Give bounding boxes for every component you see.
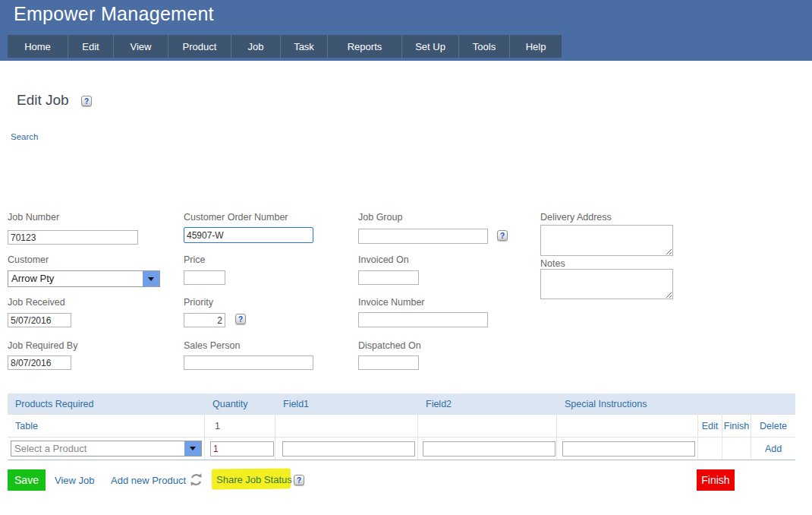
invoiced-on-field[interactable]: [358, 270, 419, 285]
sales-person-field[interactable]: [184, 355, 313, 370]
chevron-down-icon: [190, 447, 196, 450]
row-finish-link[interactable]: Finish: [724, 421, 749, 431]
nav-item-task[interactable]: Task: [281, 35, 328, 58]
row-delete-link[interactable]: Delete: [760, 421, 787, 431]
app-banner: Empower Management Home Edit View Produc…: [0, 0, 812, 61]
nav-item-view[interactable]: View: [114, 35, 168, 58]
customer-dropdown-button[interactable]: [143, 271, 159, 286]
job-received-label: Job Received: [8, 297, 65, 308]
priority-help-icon[interactable]: ?: [235, 314, 246, 324]
table-row: Table 1 Edit Finish Delete: [8, 414, 795, 437]
customer-order-number-field[interactable]: [184, 227, 313, 243]
price-field[interactable]: [184, 270, 225, 285]
nav-item-product[interactable]: Product: [168, 35, 231, 58]
add-new-product-link[interactable]: Add new Product: [111, 475, 186, 486]
view-job-link[interactable]: View Job: [55, 475, 95, 486]
job-required-by-label: Job Required By: [8, 340, 77, 351]
share-job-status-link[interactable]: Share Job Status: [216, 474, 292, 485]
delivery-address-field[interactable]: [540, 225, 673, 256]
share-job-status-help-icon[interactable]: ?: [294, 475, 304, 485]
new-field2-field[interactable]: [423, 441, 555, 457]
invoice-number-label: Invoice Number: [358, 297, 425, 308]
invoice-number-field[interactable]: [358, 312, 488, 327]
job-received-field[interactable]: [8, 313, 71, 327]
select-product-dropdown[interactable]: Select a Product: [11, 441, 202, 457]
priority-field[interactable]: [184, 313, 225, 327]
col-products-required: Products Required: [8, 399, 205, 409]
row-quantity-value: 1: [205, 415, 275, 437]
job-group-help-icon[interactable]: ?: [497, 230, 508, 241]
app-title: Empower Management: [14, 3, 214, 25]
page-help-icon[interactable]: ?: [81, 96, 92, 106]
priority-label: Priority: [184, 297, 213, 308]
nav-item-job[interactable]: Job: [231, 35, 281, 58]
delivery-address-label: Delivery Address: [540, 212, 612, 223]
notes-field[interactable]: [540, 269, 673, 299]
refresh-icon[interactable]: [189, 472, 203, 490]
search-link[interactable]: Search: [11, 132, 38, 141]
customer-label: Customer: [8, 254, 49, 265]
add-row-link[interactable]: Add: [765, 444, 782, 454]
job-number-label: Job Number: [8, 212, 59, 223]
row-field1-value: [275, 415, 418, 437]
customer-order-number-label: Customer Order Number: [184, 212, 288, 223]
notes-label: Notes: [540, 258, 565, 269]
job-required-by-field[interactable]: [8, 355, 71, 370]
page-title: Edit Job: [17, 92, 69, 109]
sales-person-label: Sales Person: [184, 340, 240, 351]
customer-dropdown-value: Arrow Pty: [8, 271, 143, 286]
dispatched-on-label: Dispatched On: [358, 340, 421, 351]
main-nav: Home Edit View Product Job Task Reports …: [8, 35, 562, 58]
customer-dropdown[interactable]: Arrow Pty: [8, 270, 160, 287]
row-field2-value: [418, 415, 557, 437]
invoiced-on-label: Invoiced On: [358, 254, 409, 265]
product-link[interactable]: Table: [15, 421, 38, 431]
col-special-instructions: Special Instructions: [557, 399, 698, 409]
select-product-dropdown-button[interactable]: [184, 441, 201, 456]
new-quantity-field[interactable]: [210, 441, 274, 457]
nav-item-home[interactable]: Home: [8, 35, 68, 58]
dispatched-on-field[interactable]: [358, 355, 419, 370]
products-table: Products Required Quantity Field1 Field2…: [8, 393, 795, 460]
new-special-instructions-field[interactable]: [562, 441, 695, 457]
nav-item-edit[interactable]: Edit: [68, 35, 114, 58]
nav-item-reports[interactable]: Reports: [328, 35, 402, 58]
new-field1-field[interactable]: [282, 441, 415, 457]
nav-item-help[interactable]: Help: [510, 35, 562, 58]
new-product-row: Select a Product Add: [8, 437, 795, 460]
nav-item-setup[interactable]: Set Up: [402, 35, 459, 58]
price-label: Price: [184, 254, 205, 265]
save-button[interactable]: Save: [8, 469, 46, 491]
col-field1: Field1: [275, 399, 418, 409]
finish-button[interactable]: Finish: [697, 469, 735, 491]
edit-job-page: Empower Management Home Edit View Produc…: [0, 0, 812, 515]
row-special-instructions-value: [557, 415, 698, 437]
col-quantity: Quantity: [205, 399, 275, 409]
job-group-field[interactable]: [358, 229, 488, 244]
nav-item-tools[interactable]: Tools: [459, 35, 510, 58]
col-field2: Field2: [418, 399, 557, 409]
job-number-field[interactable]: [8, 230, 138, 245]
job-group-label: Job Group: [358, 212, 402, 223]
products-table-header: Products Required Quantity Field1 Field2…: [8, 393, 795, 414]
row-edit-link[interactable]: Edit: [702, 421, 719, 431]
select-product-dropdown-value: Select a Product: [11, 441, 184, 456]
chevron-down-icon: [148, 277, 154, 281]
